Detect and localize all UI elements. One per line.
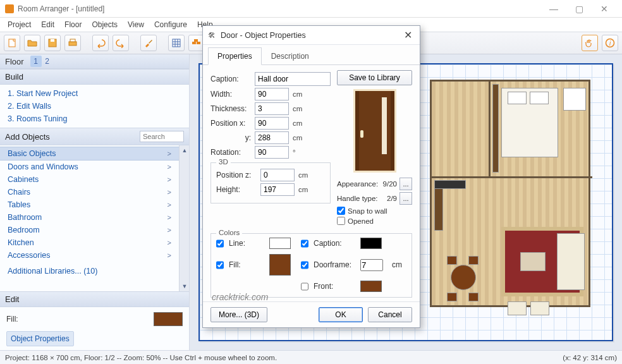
add-objects-header: Add Objects <box>0 128 189 145</box>
app-icon <box>5 4 14 13</box>
tool-print[interactable] <box>64 35 81 51</box>
build-start-new-project[interactable]: 1. Start New Project <box>8 87 181 100</box>
tab-properties[interactable]: Properties <box>208 47 262 65</box>
hand-icon <box>585 38 595 48</box>
maximize-button[interactable]: ▢ <box>566 0 592 18</box>
doorframe-checkbox[interactable] <box>301 261 308 269</box>
unit-degree: ° <box>293 149 296 156</box>
position-z-input[interactable] <box>260 169 295 181</box>
appearance-value: 9/20 <box>383 180 397 188</box>
scroll-down-icon[interactable]: ▼ <box>180 281 189 291</box>
tool-info[interactable]: i <box>602 35 618 51</box>
tool-grid[interactable] <box>168 35 185 51</box>
line-color-swatch[interactable] <box>269 238 291 249</box>
front-checkbox[interactable] <box>301 282 308 291</box>
cat-kitchen[interactable]: Kitchen> <box>0 236 179 249</box>
cat-accessories[interactable]: Accessories> <box>0 249 179 262</box>
build-header: Build <box>0 69 189 85</box>
menu-edit[interactable]: Edit <box>37 19 58 30</box>
caption-color-checkbox[interactable] <box>301 240 308 248</box>
ok-button[interactable]: OK <box>319 307 363 322</box>
fill-color-swatch[interactable] <box>154 312 183 326</box>
svg-rect-0 <box>9 39 15 47</box>
save-to-library-button[interactable]: Save to Library <box>337 70 412 85</box>
dialog-titlebar[interactable]: 🛠 Door - Object Properties ✕ <box>203 26 420 45</box>
caption-color-label: Caption: <box>314 239 358 248</box>
chevron-right-icon: > <box>168 188 171 196</box>
info-icon: i <box>605 38 615 48</box>
additional-libraries-link[interactable]: Additional Libraries... (10) <box>0 262 179 281</box>
tab-description[interactable]: Description <box>262 47 319 64</box>
tool-save[interactable] <box>44 35 61 51</box>
cat-bathroom[interactable]: Bathroom> <box>0 211 179 224</box>
category-scrollbar[interactable]: ▲ ▼ <box>179 145 189 291</box>
tool-new[interactable] <box>4 35 20 51</box>
menu-configure[interactable]: Configure <box>150 19 191 30</box>
furniture-table[interactable] <box>451 265 476 290</box>
object-properties-link[interactable]: Object Properties <box>6 331 74 346</box>
scroll-up-icon[interactable]: ▲ <box>180 145 189 155</box>
caption-color-swatch[interactable] <box>360 238 382 249</box>
width-label: Width: <box>210 90 255 99</box>
thickness-input[interactable] <box>255 102 289 115</box>
close-button[interactable]: ✕ <box>592 0 617 18</box>
more-3d-button[interactable]: More... (3D) <box>210 307 267 322</box>
tool-redo[interactable] <box>113 35 129 51</box>
door-preview <box>353 89 396 173</box>
caption-input[interactable] <box>255 72 331 86</box>
furniture-sofa[interactable] <box>557 233 585 290</box>
fill-color-swatch[interactable] <box>269 254 291 276</box>
width-input[interactable] <box>255 88 289 100</box>
minimize-button[interactable]: — <box>541 0 566 18</box>
fieldset-3d: 3D Position z:cm Height:cm <box>210 162 331 203</box>
fill-color-label: Fill: <box>229 260 267 269</box>
build-rooms-tuning[interactable]: 3. Rooms Tuning <box>8 112 181 125</box>
rotation-input[interactable] <box>255 146 289 159</box>
build-edit-walls[interactable]: 2. Edit Walls <box>8 100 181 112</box>
titlebar: Room Arranger - [untitled] — ▢ ✕ <box>0 0 622 18</box>
chevron-right-icon: > <box>168 163 171 171</box>
handle-browse-button[interactable]: ... <box>399 192 412 205</box>
menu-view[interactable]: View <box>124 19 148 30</box>
cat-bedroom[interactable]: Bedroom> <box>0 224 179 236</box>
chevron-right-icon: > <box>168 150 171 157</box>
fill-checkbox[interactable] <box>216 261 224 269</box>
tool-undo[interactable] <box>92 35 109 51</box>
line-checkbox[interactable] <box>216 240 224 248</box>
furniture-closet[interactable] <box>492 84 499 173</box>
tool-brush[interactable] <box>140 35 157 51</box>
line-label: Line: <box>229 239 267 248</box>
tool-open[interactable] <box>24 35 40 51</box>
grid-icon <box>171 38 181 48</box>
menu-project[interactable]: Project <box>4 19 35 30</box>
front-color-swatch[interactable] <box>360 281 382 292</box>
cat-tables[interactable]: Tables> <box>0 198 179 211</box>
appearance-browse-button[interactable]: ... <box>399 178 412 190</box>
chevron-right-icon: > <box>168 176 171 183</box>
cat-cabinets[interactable]: Cabinets> <box>0 173 179 186</box>
position-y-input[interactable] <box>255 131 289 144</box>
cat-basic-objects[interactable]: Basic Objects> <box>0 147 179 161</box>
menu-objects[interactable]: Objects <box>88 19 121 30</box>
build-list: 1. Start New Project 2. Edit Walls 3. Ro… <box>0 85 189 128</box>
menu-floor[interactable]: Floor <box>61 19 85 30</box>
print-icon <box>68 38 78 48</box>
doorframe-input[interactable] <box>360 259 383 271</box>
height-label: Height: <box>216 185 260 194</box>
dialog-close-button[interactable]: ✕ <box>401 29 415 41</box>
tool-hand[interactable] <box>582 35 598 51</box>
furniture-shelf[interactable] <box>563 88 586 111</box>
cat-doors-windows[interactable]: Doors and Windows> <box>0 161 179 173</box>
position-y-label: y: <box>210 133 255 142</box>
height-input[interactable] <box>260 183 295 196</box>
position-x-input[interactable] <box>255 117 289 130</box>
legend-3d: 3D <box>216 158 231 166</box>
cat-chairs[interactable]: Chairs> <box>0 186 179 198</box>
search-input[interactable] <box>140 131 184 142</box>
snap-to-wall-checkbox[interactable] <box>337 207 345 215</box>
opened-checkbox[interactable] <box>337 217 345 225</box>
cancel-button[interactable]: Cancel <box>368 307 412 322</box>
floor-tab-1[interactable]: 1 <box>30 56 42 67</box>
floor-tab-2[interactable]: 2 <box>42 56 53 67</box>
fieldset-colors: Colors Line: Caption: Fill: Doorframe: c… <box>210 233 412 298</box>
